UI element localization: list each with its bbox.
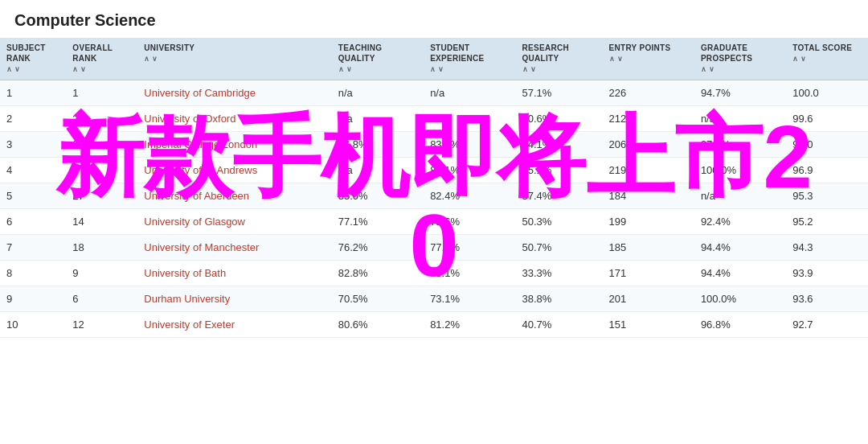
col-header-student[interactable]: STUDENTEXPERIENCE ∧ ∨	[424, 38, 515, 80]
table-row: 44University of St Andrewsn/a80.1%35.1%2…	[0, 157, 868, 183]
sort-arrows-research[interactable]: ∧ ∨	[522, 65, 536, 75]
cell-university: University of St Andrews	[137, 157, 331, 183]
cell-graduate: 94.4%	[694, 260, 786, 286]
sort-arrows-university[interactable]: ∧ ∨	[144, 55, 158, 64]
cell-research: 64.1%	[516, 131, 603, 157]
sort-arrows-student[interactable]: ∧ ∨	[430, 65, 444, 75]
cell-university: Imperial College London	[137, 131, 331, 157]
cell-teaching: n/a	[332, 80, 424, 105]
cell-research: 33.3%	[516, 260, 603, 286]
cell-subject-rank: 7	[0, 234, 66, 260]
university-link[interactable]: University of Aberdeen	[144, 190, 249, 202]
table-row: 1012University of Exeter80.6%81.2%40.7%1…	[0, 311, 868, 337]
cell-graduate: 100.0%	[694, 157, 786, 183]
university-link[interactable]: University of Cambridge	[144, 87, 256, 99]
university-link[interactable]: University of Bath	[144, 267, 226, 279]
cell-overall-rank: 12	[66, 311, 137, 337]
cell-subject-rank: 5	[0, 183, 66, 208]
rankings-table: SUBJECTRANK ∧ ∨ OVERALLRANK ∧ ∨ UNIVERSI…	[0, 38, 868, 338]
university-link[interactable]: University of Manchester	[144, 241, 259, 253]
university-link[interactable]: University of Glasgow	[144, 216, 245, 228]
cell-student: 82.4%	[424, 183, 515, 208]
rankings-table-wrapper: SUBJECTRANK ∧ ∨ OVERALLRANK ∧ ∨ UNIVERSI…	[0, 38, 868, 338]
cell-teaching: 80.6%	[332, 311, 424, 337]
col-header-graduate[interactable]: GRADUATEPROSPECTS ∧ ∨	[694, 38, 786, 80]
cell-student: 85.1%	[424, 260, 515, 286]
table-row: 89University of Bath82.8%85.1%33.3%17194…	[0, 260, 868, 286]
cell-overall-rank: 4	[66, 157, 137, 183]
cell-teaching: n/a	[332, 157, 424, 183]
sort-arrows-total[interactable]: ∧ ∨	[792, 55, 806, 64]
sort-arrows-entry[interactable]: ∧ ∨	[609, 55, 623, 64]
col-header-total[interactable]: TOTAL SCORE ∧ ∨	[786, 38, 868, 80]
col-header-entry[interactable]: ENTRY POINTS ∧ ∨	[603, 38, 694, 80]
cell-research: 38.8%	[516, 286, 603, 311]
cell-subject-rank: 9	[0, 286, 66, 311]
cell-subject-rank: 3	[0, 131, 66, 157]
cell-overall-rank: 3	[66, 131, 137, 157]
col-header-university[interactable]: UNIVERSITY ∧ ∨	[137, 38, 331, 80]
cell-student: 77.2%	[424, 234, 515, 260]
cell-university: Durham University	[137, 286, 331, 311]
sort-arrows-overall[interactable]: ∧ ∨	[72, 65, 86, 75]
cell-graduate: 96.8%	[694, 311, 786, 337]
cell-total: 95.2	[786, 208, 868, 234]
cell-university: University of Exeter	[137, 311, 331, 337]
cell-entry: 171	[603, 260, 694, 286]
cell-entry: 201	[603, 286, 694, 311]
cell-university: University of Manchester	[137, 234, 331, 260]
sort-arrows-subject[interactable]: ∧ ∨	[6, 65, 20, 75]
cell-research: 37.4%	[516, 183, 603, 208]
col-header-overall-rank[interactable]: OVERALLRANK ∧ ∨	[66, 38, 137, 80]
cell-entry: 226	[603, 80, 694, 105]
table-row: 718University of Manchester76.2%77.2%50.…	[0, 234, 868, 260]
cell-student: 80.1%	[424, 157, 515, 183]
cell-subject-rank: 10	[0, 311, 66, 337]
table-row: 11University of Cambridgen/an/a57.1%2269…	[0, 80, 868, 105]
cell-university: University of Glasgow	[137, 208, 331, 234]
cell-overall-rank: 9	[66, 260, 137, 286]
cell-entry: 184	[603, 183, 694, 208]
cell-overall-rank: 18	[66, 234, 137, 260]
cell-research: 40.7%	[516, 311, 603, 337]
table-row: 527University of Aberdeen85.0%82.4%37.4%…	[0, 183, 868, 208]
cell-total: 100.0	[786, 80, 868, 105]
university-link[interactable]: Imperial College London	[144, 138, 257, 150]
cell-total: 93.6	[786, 286, 868, 311]
col-header-teaching[interactable]: TEACHINGQUALITY ∧ ∨	[332, 38, 424, 80]
cell-entry: 206	[603, 131, 694, 157]
table-row: 33Imperial College London76.8%83.1%64.1%…	[0, 131, 868, 157]
cell-university: University of Cambridge	[137, 80, 331, 105]
cell-total: 99.0	[786, 131, 868, 157]
col-header-research[interactable]: RESEARCHQUALITY ∧ ∨	[516, 38, 603, 80]
cell-subject-rank: 6	[0, 208, 66, 234]
cell-student: n/a	[424, 105, 515, 131]
cell-student: 78.6%	[424, 208, 515, 234]
cell-university: University of Oxford	[137, 105, 331, 131]
cell-subject-rank: 8	[0, 260, 66, 286]
table-row: 614University of Glasgow77.1%78.6%50.3%1…	[0, 208, 868, 234]
cell-research: 50.3%	[516, 208, 603, 234]
cell-research: 60.6%	[516, 105, 603, 131]
cell-graduate: 94.4%	[694, 234, 786, 260]
sort-arrows-graduate[interactable]: ∧ ∨	[701, 65, 714, 75]
cell-university: University of Aberdeen	[137, 183, 331, 208]
university-link[interactable]: Durham University	[144, 293, 230, 305]
cell-subject-rank: 4	[0, 157, 66, 183]
cell-teaching: n/a	[332, 105, 424, 131]
cell-teaching: 70.5%	[332, 286, 424, 311]
cell-total: 96.9	[786, 157, 868, 183]
cell-overall-rank: 6	[66, 286, 137, 311]
table-row: 96Durham University70.5%73.1%38.8%201100…	[0, 286, 868, 311]
cell-total: 92.7	[786, 311, 868, 337]
col-header-subject-rank[interactable]: SUBJECTRANK ∧ ∨	[0, 38, 66, 80]
cell-total: 93.9	[786, 260, 868, 286]
cell-overall-rank: 14	[66, 208, 137, 234]
cell-graduate: 97.4%	[694, 131, 786, 157]
university-link[interactable]: University of Exeter	[144, 319, 235, 331]
sort-arrows-teaching[interactable]: ∧ ∨	[338, 65, 352, 75]
university-link[interactable]: University of Oxford	[144, 113, 235, 125]
cell-graduate: 100.0%	[694, 286, 786, 311]
cell-overall-rank: 2	[66, 105, 137, 131]
university-link[interactable]: University of St Andrews	[144, 164, 257, 176]
